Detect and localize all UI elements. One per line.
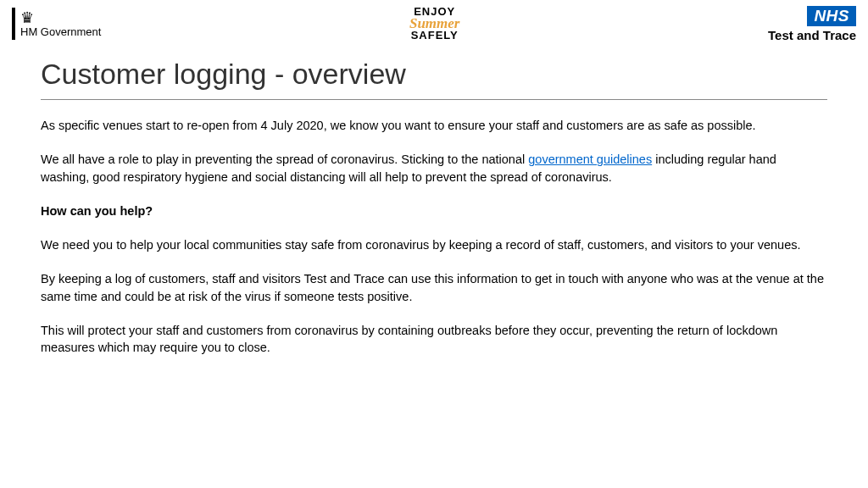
paragraph-3: We need you to help your local communiti… [41, 236, 827, 253]
body-content: As specific venues start to re-open from… [0, 117, 868, 357]
paragraph-4: By keeping a log of customers, staff and… [41, 270, 827, 305]
paragraph-2: We all have a role to play in preventing… [41, 151, 827, 186]
nhs-test-trace-logo: NHS Test and Trace [768, 6, 856, 42]
page-title: Customer logging - overview [0, 47, 868, 99]
government-guidelines-link[interactable]: government guidelines [528, 152, 652, 166]
enjoy-summer-safely-logo: ENJOY Summer SAFELY [406, 7, 464, 42]
p2-pre: We all have a role to play in preventing… [41, 152, 528, 166]
title-divider [41, 99, 827, 100]
hmgov-label: HM Government [20, 25, 101, 38]
hmgov-text: ♛ HM Government [20, 10, 101, 38]
header: ♛ HM Government ENJOY Summer SAFELY NHS … [0, 0, 868, 47]
paragraph-5: This will protect your staff and custome… [41, 322, 827, 357]
crown-icon: ♛ [20, 10, 101, 25]
subheading: How can you help? [41, 202, 827, 219]
nhs-sub: Test and Trace [768, 28, 856, 42]
paragraph-1: As specific venues start to re-open from… [41, 117, 827, 134]
hm-government-logo: ♛ HM Government [12, 8, 101, 40]
nhs-block: NHS [807, 6, 856, 26]
hmgov-bar-icon [12, 8, 15, 40]
summer-line3: SAFELY [406, 30, 464, 41]
